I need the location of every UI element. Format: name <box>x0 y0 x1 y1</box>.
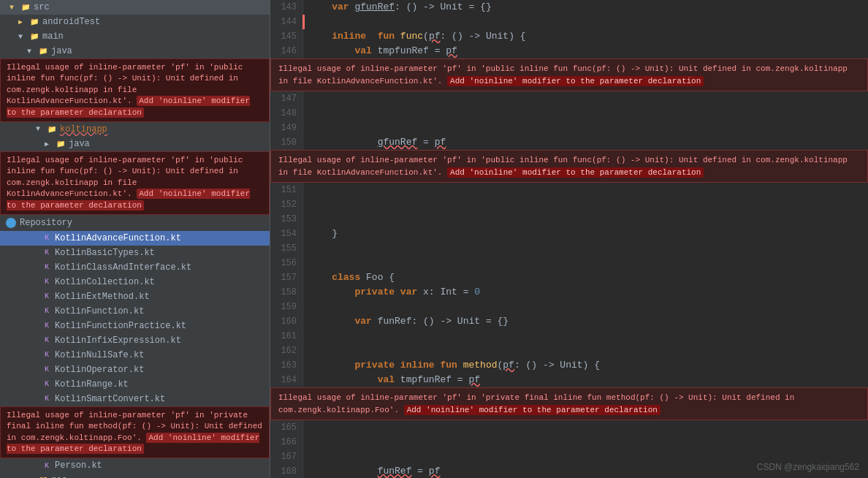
line-num-154: 154 <box>270 227 303 241</box>
line-num-150: 150 <box>270 135 303 150</box>
kotlin-icon-function: K <box>41 306 53 317</box>
tree-item-main[interactable]: ▼ 📁 main <box>0 29 270 44</box>
tree-item-kotlininfix[interactable]: K KotlinInfixExpression.kt <box>0 333 270 348</box>
kotlin-icon-collection: K <box>41 276 53 288</box>
code-line-145: 145 inline fun func(pf: () -> Unit) { <box>270 29 868 44</box>
code-line-146: 146 val tmpfunRef = pf <box>270 44 868 58</box>
folder-icon-java2: 📁 <box>55 138 66 150</box>
tree-item-kotlinfunction[interactable]: K KotlinFunction.kt <box>0 304 270 319</box>
error-popup-3: Illegal usage of inline-parameter 'pf' i… <box>270 387 868 420</box>
tree-label-src: src <box>34 2 50 12</box>
tree-label-kotlinbasic: KotlinBasicTypes.kt <box>55 248 155 258</box>
error-banner-3: Illegal usage of inline-parameter 'pf' i… <box>0 406 270 459</box>
code-line-154: 154 } <box>270 227 868 241</box>
kotlin-icon-advance: K <box>41 232 53 244</box>
line-num-158: 158 <box>270 285 303 300</box>
line-num-152: 152 <box>270 197 303 212</box>
tree-item-koltinapp[interactable]: ▼ 📁 koltinapp <box>0 122 270 137</box>
tree-label-kotlinfunction: KotlinFunction.kt <box>55 306 144 316</box>
line-content-152 <box>303 197 868 212</box>
tree-item-kotlinclass[interactable]: K KotlinClassAndInterface.kt <box>0 260 270 275</box>
tree-item-src[interactable]: ▼ 📁 src <box>0 0 270 15</box>
line-num-155: 155 <box>270 241 303 256</box>
line-content-155 <box>303 241 868 256</box>
tree-item-kotlinrange[interactable]: K KotlinRange.kt <box>0 377 270 392</box>
line-num-143: 143 <box>270 0 303 15</box>
line-content-160: var funRef: () -> Unit = {} <box>303 314 868 329</box>
tree-item-kotlincollection[interactable]: K KotlinCollection.kt <box>0 275 270 289</box>
line-content-143: var gfunRef: () -> Unit = {} <box>303 0 868 15</box>
error-popup-1: Illegal usage of inline-parameter 'pf' i… <box>270 58 868 91</box>
code-line-159: 159 <box>270 300 868 314</box>
kotlin-icon-ext: K <box>41 291 53 303</box>
tree-label-repository: Repository <box>20 218 72 228</box>
line-num-147: 147 <box>270 91 303 106</box>
tree-item-kotlinsmart[interactable]: K KotlinSmartConvert.kt <box>0 392 270 406</box>
tree-item-kotlinbasic[interactable]: K KotlinBasicTypes.kt <box>0 246 270 260</box>
tree-label-kotlinrange: KotlinRange.kt <box>55 379 129 390</box>
line-content-150: gfunRef = pf <box>303 135 868 150</box>
tree-label-koltinapp: koltinapp <box>60 124 107 134</box>
tree-item-person[interactable]: K Person.kt <box>0 458 270 473</box>
expand-icon-java: ▼ <box>23 45 35 57</box>
code-line-152: 152 <box>270 197 868 212</box>
tree-item-androidtest[interactable]: ▶ 📁 androidTest <box>0 15 270 29</box>
line-num-144: 144 <box>270 15 303 29</box>
code-line-158: 158 private var x: Int = 0 <box>270 285 868 300</box>
folder-icon-koltinapp: 📁 <box>46 124 58 135</box>
tree-label-kotlinsmart: KotlinSmartConvert.kt <box>55 394 165 404</box>
repo-icon <box>6 218 16 228</box>
tree-item-kotlinfunctionpractice[interactable]: K KotlinFunctionPractice.kt <box>0 319 270 333</box>
line-content-153 <box>303 212 868 227</box>
tree-label-kotlininfix: KotlinInfixExpression.kt <box>55 335 181 346</box>
code-line-148: 148 <box>270 106 868 121</box>
tree-item-kotlinext[interactable]: K KotlinExtMethod.kt <box>0 289 270 304</box>
tree-item-repository[interactable]: Repository <box>0 215 270 231</box>
code-line-162: 162 <box>270 344 868 358</box>
tree-label-kotlincollection: KotlinCollection.kt <box>55 277 155 287</box>
tree-label-java2: java <box>69 139 90 149</box>
tree-item-java[interactable]: ▼ 📁 java <box>0 44 270 58</box>
line-content-147 <box>303 91 868 106</box>
line-num-161: 161 <box>270 329 303 344</box>
tree-label-kotlinadvance: KotlinAdvanceFunction.kt <box>55 233 181 243</box>
line-content-163: private inline fun method(pf: () -> Unit… <box>303 358 868 373</box>
tree-item-kotlinadvance[interactable]: K KotlinAdvanceFunction.kt <box>0 231 270 246</box>
kotlin-icon-fp: K <box>41 320 53 332</box>
tree-label-main: main <box>42 31 64 42</box>
tree-item-java2[interactable]: ▶ 📁 java <box>0 137 270 151</box>
tree-label-kotlinfunctionpractice: KotlinFunctionPractice.kt <box>55 321 186 331</box>
code-line-150: 150 gfunRef = pf <box>270 135 868 150</box>
code-line-164: 164 val tmpfunRef = pf <box>270 373 868 387</box>
tree-label-java: java <box>51 46 72 56</box>
folder-icon-androidtest: 📁 <box>28 16 40 28</box>
line-num-165: 165 <box>270 420 303 435</box>
error-banner-1: Illegal usage of inline-parameter 'pf' i… <box>0 58 270 122</box>
kotlin-icon-operator: K <box>41 364 53 376</box>
line-num-151: 151 <box>270 183 303 197</box>
error-popup-fix-1: Add 'noinline' modifier to the parameter… <box>447 76 704 86</box>
line-content-157: class Foo { <box>303 270 868 285</box>
line-content-156 <box>303 256 868 270</box>
tree-view: ▼ 📁 src ▶ 📁 androidTest ▼ 📁 main ▼ 📁 jav… <box>0 0 270 478</box>
tree-item-kotlinoperator[interactable]: K KotlinOperator.kt <box>0 363 270 377</box>
code-line-153: 153 <box>270 212 868 227</box>
line-content-151 <box>303 183 868 197</box>
code-editor: 143 var gfunRef: () -> Unit = {} 144 145… <box>270 0 868 478</box>
line-num-162: 162 <box>270 344 303 358</box>
line-num-156: 156 <box>270 256 303 270</box>
code-view[interactable]: 143 var gfunRef: () -> Unit = {} 144 145… <box>270 0 868 478</box>
tree-item-res[interactable]: ▶ 📁 res <box>0 473 270 478</box>
error-banner-2: Illegal usage of inline-parameter 'pf' i… <box>0 151 270 215</box>
kotlin-icon-class: K <box>41 262 53 273</box>
code-line-163: 163 private inline fun method(pf: () -> … <box>270 358 868 373</box>
tree-label-androidtest: androidTest <box>42 17 100 27</box>
line-num-164: 164 <box>270 373 303 387</box>
line-num-167: 167 <box>270 449 303 464</box>
code-line-151: 151 <box>270 183 868 197</box>
line-content-166 <box>303 435 868 449</box>
code-line-165: 165 <box>270 420 868 435</box>
line-content-146: val tmpfunRef = pf <box>303 44 868 58</box>
folder-icon-main: 📁 <box>28 31 40 42</box>
tree-item-kotlinnull[interactable]: K KotlinNullSafe.kt <box>0 348 270 363</box>
